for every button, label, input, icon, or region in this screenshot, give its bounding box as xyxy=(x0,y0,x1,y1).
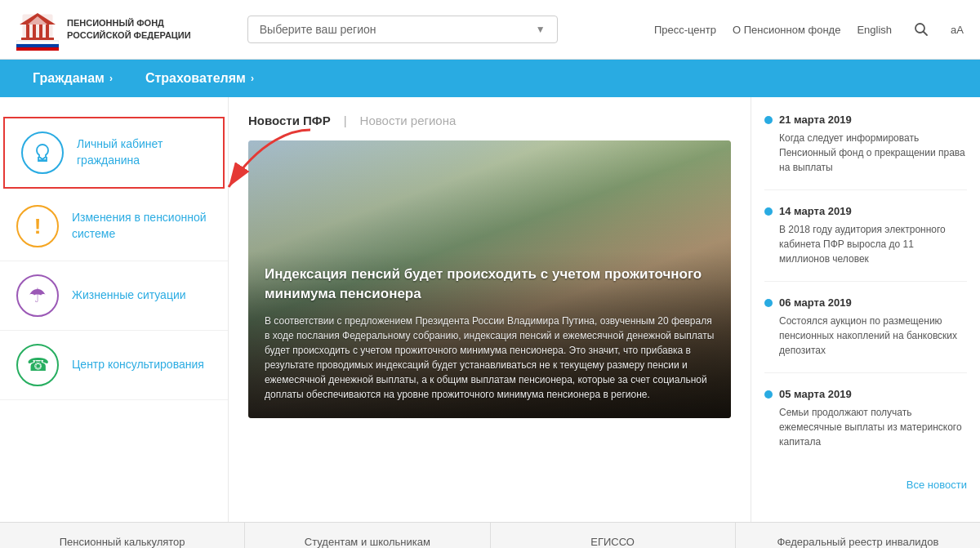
nav-insurers[interactable]: Страхователям › xyxy=(129,60,270,97)
news-date-text-2: 14 марта 2019 xyxy=(779,205,852,217)
about-link[interactable]: О Пенсионном фонде xyxy=(733,24,841,36)
region-dropdown[interactable]: Выберите ваш регион ▼ xyxy=(247,16,558,43)
news-date-1: 21 марта 2019 xyxy=(764,114,967,126)
news-dot-4 xyxy=(764,390,773,399)
news-date-text-4: 05 марта 2019 xyxy=(779,388,852,400)
svg-rect-5 xyxy=(33,25,36,39)
sidebar-label-changes: Изменения в пенсионной системе xyxy=(72,210,212,242)
sidebar-item-changes[interactable]: ! Изменения в пенсионной системе xyxy=(0,192,228,261)
svg-rect-10 xyxy=(21,38,54,40)
svg-rect-0 xyxy=(16,41,59,44)
sidebar-item-life[interactable]: ☂ Жизненные ситуации xyxy=(0,261,228,331)
svg-rect-2 xyxy=(16,47,59,51)
language-link[interactable]: English xyxy=(857,24,892,36)
tab-divider: | xyxy=(344,114,347,127)
news-tabs: Новости ПФР | Новости региона xyxy=(248,114,731,127)
news-body: В соответствии с предложением Президента… xyxy=(265,314,715,402)
header: ПЕНСИОННЫЙ ФОНД РОССИЙСКОЙ ФЕДЕРАЦИИ Выб… xyxy=(0,0,980,60)
news-text-1[interactable]: Когда следует информировать Пенсионный ф… xyxy=(764,131,967,175)
sidebar-icon-changes: ! xyxy=(16,205,59,247)
logo-line2: РОССИЙСКОЙ ФЕДЕРАЦИИ xyxy=(67,29,191,42)
news-dot-1 xyxy=(764,116,773,124)
logo-area: ПЕНСИОННЫЙ ФОНД РОССИЙСКОЙ ФЕДЕРАЦИИ xyxy=(16,8,191,51)
sidebar-icon-life: ☂ xyxy=(16,274,59,317)
news-dot-3 xyxy=(764,299,773,307)
sidebar-icon-consult: ☎ xyxy=(16,344,59,386)
sidebar: Личный кабинетгражданина ! Изменения в п… xyxy=(0,97,229,522)
nav-insurers-chevron: › xyxy=(251,73,254,84)
chevron-down-icon: ▼ xyxy=(536,24,546,35)
sidebar-label-cabinet: Личный кабинетгражданина xyxy=(77,136,163,168)
svg-rect-1 xyxy=(16,44,59,47)
footer-item-students[interactable]: Студентам и школьникам xyxy=(245,523,490,548)
font-size-button[interactable]: аА xyxy=(951,24,964,36)
sidebar-item-cabinet[interactable]: Личный кабинетгражданина xyxy=(3,117,225,189)
news-date-text-1: 21 марта 2019 xyxy=(779,114,852,126)
footer-label-egisso: ЕГИССО xyxy=(590,536,635,548)
search-button[interactable] xyxy=(908,16,934,42)
right-news: 21 марта 2019 Когда следует информироват… xyxy=(751,97,980,522)
footer-label-students: Студентам и школьникам xyxy=(305,536,430,548)
news-text-4[interactable]: Семьи продолжают получать ежемесячные вы… xyxy=(764,405,967,449)
logo-icon xyxy=(16,8,59,51)
content-area: Личный кабинетгражданина ! Изменения в п… xyxy=(0,97,980,522)
news-headline: Индексация пенсий будет происходить с уч… xyxy=(265,265,715,304)
news-overlay: Индексация пенсий будет происходить с уч… xyxy=(248,248,731,418)
nav-citizens-label: Гражданам xyxy=(33,71,105,86)
news-date-3: 06 марта 2019 xyxy=(764,296,967,309)
sidebar-icon-cabinet xyxy=(21,131,64,174)
main-news: Новости ПФР | Новости региона Индексация… xyxy=(229,97,751,522)
news-date-2: 14 марта 2019 xyxy=(764,205,967,217)
footer-label-calculator: Пенсионный калькулятор xyxy=(60,536,185,548)
region-placeholder: Выберите ваш регион xyxy=(260,23,376,36)
svg-line-12 xyxy=(924,32,928,36)
news-item-4: 05 марта 2019 Семьи продолжают получать … xyxy=(764,388,967,464)
svg-rect-7 xyxy=(46,25,49,39)
nav-insurers-label: Страхователям xyxy=(145,71,246,86)
footer-item-egisso[interactable]: ЕГИССО xyxy=(491,523,736,548)
logo-line1: ПЕНСИОННЫЙ ФОНД xyxy=(67,17,191,29)
press-center-link[interactable]: Пресс-центр xyxy=(654,24,716,36)
footer-label-invalids: Федеральный реестр инвалидов xyxy=(777,536,938,548)
logo-text-container: ПЕНСИОННЫЙ ФОНД РОССИЙСКОЙ ФЕДЕРАЦИИ xyxy=(67,17,191,42)
tab-pfr-news[interactable]: Новости ПФР xyxy=(248,114,331,127)
news-date-4: 05 марта 2019 xyxy=(764,388,967,400)
news-item-3: 06 марта 2019 Состоялся аукцион по разме… xyxy=(764,296,967,373)
all-news-link[interactable]: Все новости xyxy=(764,479,967,491)
svg-rect-4 xyxy=(26,25,29,39)
nav-citizens[interactable]: Гражданам › xyxy=(16,60,129,97)
footer-item-invalids[interactable]: Федеральный реестр инвалидов xyxy=(736,523,980,548)
news-text-2[interactable]: В 2018 году аудитория электронного кабин… xyxy=(764,222,967,266)
news-featured: Индексация пенсий будет происходить с уч… xyxy=(248,140,731,418)
sidebar-item-consult[interactable]: ☎ Центр консультирования xyxy=(0,331,228,400)
svg-rect-6 xyxy=(39,25,42,39)
news-item-2: 14 марта 2019 В 2018 году аудитория элек… xyxy=(764,205,967,282)
news-item-1: 21 марта 2019 Когда следует информироват… xyxy=(764,114,967,190)
footer: Пенсионный калькулятор Студентам и школь… xyxy=(0,522,980,548)
news-text-3[interactable]: Состоялся аукцион по размещению пенсионн… xyxy=(764,314,967,358)
news-dot-2 xyxy=(764,207,773,216)
footer-item-calculator[interactable]: Пенсионный калькулятор xyxy=(0,523,245,548)
header-nav: Пресс-центр О Пенсионном фонде English а… xyxy=(654,16,964,42)
main-nav: Гражданам › Страхователям › xyxy=(0,60,980,97)
sidebar-label-life: Жизненные ситуации xyxy=(72,287,186,304)
tab-region-news[interactable]: Новости региона xyxy=(360,114,457,127)
news-date-text-3: 06 марта 2019 xyxy=(779,296,852,309)
nav-citizens-chevron: › xyxy=(109,73,113,84)
sidebar-label-consult: Центр консультирования xyxy=(72,357,204,373)
search-icon xyxy=(914,22,929,37)
